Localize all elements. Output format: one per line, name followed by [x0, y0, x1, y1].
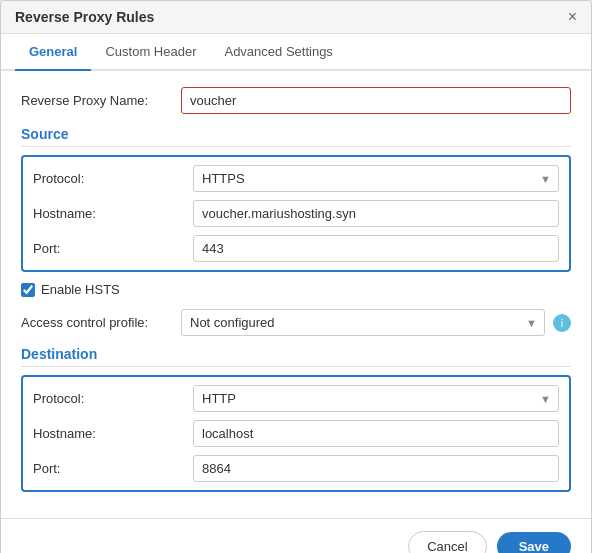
source-protocol-label: Protocol: — [33, 171, 193, 186]
destination-section-title: Destination — [21, 346, 571, 367]
save-button[interactable]: Save — [497, 532, 571, 553]
source-port-label: Port: — [33, 241, 193, 256]
dialog-title: Reverse Proxy Rules — [15, 9, 154, 25]
destination-group: Protocol: HTTP HTTPS ▼ Hostname: Port: — [21, 375, 571, 492]
enable-hsts-row: Enable HSTS — [21, 282, 571, 297]
source-port-input[interactable] — [193, 235, 559, 262]
dialog-footer: Cancel Save — [1, 518, 591, 553]
info-text: i — [561, 317, 563, 329]
dest-port-label: Port: — [33, 461, 193, 476]
reverse-proxy-dialog: Reverse Proxy Rules × General Custom Hea… — [0, 0, 592, 553]
enable-hsts-label[interactable]: Enable HSTS — [41, 282, 120, 297]
dest-protocol-label: Protocol: — [33, 391, 193, 406]
source-hostname-row: Hostname: — [33, 200, 559, 227]
access-control-info-icon[interactable]: i — [553, 314, 571, 332]
dest-protocol-select[interactable]: HTTP HTTPS — [193, 385, 559, 412]
access-control-select-wrapper: Not configured ▼ — [181, 309, 545, 336]
dest-protocol-row: Protocol: HTTP HTTPS ▼ — [33, 385, 559, 412]
tab-general[interactable]: General — [15, 34, 91, 71]
dest-port-row: Port: — [33, 455, 559, 482]
dest-hostname-label: Hostname: — [33, 426, 193, 441]
dest-port-input[interactable] — [193, 455, 559, 482]
tab-custom-header[interactable]: Custom Header — [91, 34, 210, 71]
source-group: Protocol: HTTPS HTTP ▼ Hostname: Port: — [21, 155, 571, 272]
source-hostname-label: Hostname: — [33, 206, 193, 221]
proxy-name-row: Reverse Proxy Name: — [21, 87, 571, 114]
dest-hostname-row: Hostname: — [33, 420, 559, 447]
source-protocol-select[interactable]: HTTPS HTTP — [193, 165, 559, 192]
tab-bar: General Custom Header Advanced Settings — [1, 34, 591, 71]
source-protocol-row: Protocol: HTTPS HTTP ▼ — [33, 165, 559, 192]
access-control-label: Access control profile: — [21, 315, 181, 330]
cancel-button[interactable]: Cancel — [408, 531, 486, 553]
form-content: Reverse Proxy Name: Source Protocol: HTT… — [1, 71, 591, 518]
dest-protocol-select-wrapper: HTTP HTTPS ▼ — [193, 385, 559, 412]
source-hostname-input[interactable] — [193, 200, 559, 227]
dest-hostname-input[interactable] — [193, 420, 559, 447]
source-protocol-select-wrapper: HTTPS HTTP ▼ — [193, 165, 559, 192]
source-port-row: Port: — [33, 235, 559, 262]
access-control-row: Access control profile: Not configured ▼… — [21, 309, 571, 336]
proxy-name-input[interactable] — [181, 87, 571, 114]
enable-hsts-checkbox[interactable] — [21, 283, 35, 297]
source-section-title: Source — [21, 126, 571, 147]
tab-advanced-settings[interactable]: Advanced Settings — [210, 34, 346, 71]
proxy-name-label: Reverse Proxy Name: — [21, 93, 181, 108]
close-button[interactable]: × — [568, 9, 577, 25]
dialog-header: Reverse Proxy Rules × — [1, 1, 591, 34]
access-control-select[interactable]: Not configured — [181, 309, 545, 336]
